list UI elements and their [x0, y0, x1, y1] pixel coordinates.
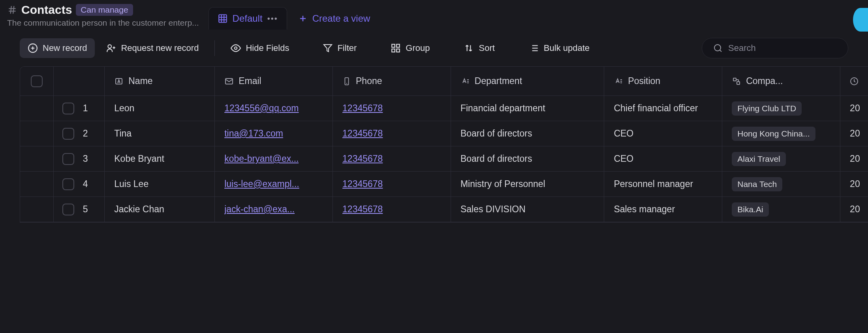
row-checkbox[interactable] [62, 153, 74, 165]
cell-department[interactable]: Board of directors [451, 146, 604, 171]
table-row[interactable]: 4 Luis Lee luis-lee@exampl... 12345678 M… [20, 172, 868, 197]
cell-position[interactable]: CEO [604, 146, 722, 171]
header-bar: Contacts Can manage The communication pe… [0, 0, 868, 32]
cell-phone[interactable]: 12345678 [333, 96, 451, 121]
table-row[interactable]: 3 Kobe Bryant kobe-bryant@ex... 12345678… [20, 146, 868, 172]
group-icon [391, 43, 401, 53]
svg-line-3 [13, 6, 14, 14]
clock-icon [849, 77, 859, 86]
col-header-position[interactable]: Position [604, 67, 722, 95]
cell-index: 5 [54, 197, 105, 222]
row-number: 4 [83, 179, 88, 189]
cell-company[interactable]: Flying Club LTD [722, 96, 840, 121]
row-checkbox[interactable] [62, 103, 74, 114]
cell-phone[interactable]: 12345678 [333, 172, 451, 196]
table: Name Email Phone Department Position [20, 66, 868, 223]
cell-phone[interactable]: 12345678 [333, 146, 451, 171]
cell-email[interactable]: 1234556@qq.com [215, 96, 333, 121]
cell-department[interactable]: Ministry of Personnel [451, 172, 604, 196]
table-row[interactable]: 2 Tina tina@173.com 12345678 Board of di… [20, 121, 868, 146]
cell-phone[interactable]: 12345678 [333, 121, 451, 146]
cell-department[interactable]: Sales DIVISION [451, 197, 604, 222]
cell-position[interactable]: Personnel manager [604, 172, 722, 196]
cell-checkbox [20, 172, 54, 196]
toolbar: New record Request new record Hide Field… [0, 32, 868, 66]
cell-position[interactable]: CEO [604, 121, 722, 146]
cell-extra[interactable]: 20 [840, 172, 868, 196]
cell-name[interactable]: Kobe Bryant [105, 146, 215, 171]
cell-company[interactable]: Hong Kong China... [722, 121, 840, 146]
col-header-phone[interactable]: Phone [333, 67, 451, 95]
cell-extra[interactable]: 20 [840, 96, 868, 121]
new-record-button[interactable]: New record [20, 38, 95, 58]
cell-company[interactable]: Alaxi Travel [722, 146, 840, 171]
filter-label: Filter [337, 43, 357, 53]
email-icon [224, 77, 234, 86]
col-header-name[interactable]: Name [105, 67, 215, 95]
search-icon [713, 43, 723, 53]
cell-position[interactable]: Sales manager [604, 197, 722, 222]
table-row[interactable]: 5 Jackie Chan jack-chan@exa... 12345678 … [20, 197, 868, 222]
row-checkbox[interactable] [62, 178, 74, 190]
svg-rect-22 [396, 49, 400, 52]
cell-name[interactable]: Jackie Chan [105, 197, 215, 222]
avatar[interactable] [853, 8, 868, 32]
cell-company[interactable]: Nana Tech [722, 172, 840, 196]
cell-company[interactable]: Bika.Ai [722, 197, 840, 222]
cell-email[interactable]: jack-chan@exa... [215, 197, 333, 222]
cell-name[interactable]: Tina [105, 121, 215, 146]
row-checkbox[interactable] [62, 128, 74, 140]
user-plus-icon [106, 43, 116, 53]
row-number: 2 [83, 128, 88, 139]
cell-name[interactable]: Leon [105, 96, 215, 121]
row-number: 3 [83, 153, 88, 164]
tab-default[interactable]: Default ••• [209, 7, 287, 30]
row-number: 1 [83, 103, 88, 114]
col-header-checkbox [20, 67, 54, 95]
cell-checkbox [20, 197, 54, 222]
hide-fields-button[interactable]: Hide Fields [223, 38, 297, 58]
svg-point-17 [235, 47, 237, 50]
eye-icon [231, 43, 241, 53]
sort-button[interactable]: Sort [456, 38, 502, 58]
col-header-extra[interactable] [840, 67, 868, 95]
filter-button[interactable]: Filter [315, 38, 364, 58]
col-header-company[interactable]: Compa... [722, 67, 840, 95]
cell-index: 3 [54, 146, 105, 171]
table-header: Name Email Phone Department Position [20, 67, 868, 96]
row-checkbox[interactable] [62, 204, 74, 215]
cell-email[interactable]: luis-lee@exampl... [215, 172, 333, 196]
title-block: Contacts Can manage The communication pe… [7, 3, 199, 28]
request-new-record-label: Request new record [121, 43, 199, 53]
create-view-button[interactable]: Create a view [298, 13, 370, 24]
col-header-department[interactable]: Department [451, 67, 604, 95]
cell-department[interactable]: Board of directors [451, 121, 604, 146]
request-new-record-button[interactable]: Request new record [98, 38, 207, 58]
svg-rect-4 [219, 15, 227, 22]
cell-extra[interactable]: 20 [840, 146, 868, 171]
group-button[interactable]: Group [383, 38, 438, 58]
svg-rect-42 [737, 82, 740, 84]
tab-more-icon[interactable]: ••• [267, 14, 278, 23]
tab-default-label: Default [233, 13, 263, 24]
cell-position[interactable]: Chief financial officer [604, 96, 722, 121]
cell-name[interactable]: Luis Lee [105, 172, 215, 196]
col-name-label: Name [128, 76, 152, 86]
cell-index: 2 [54, 121, 105, 146]
cell-email[interactable]: tina@173.com [215, 121, 333, 146]
cell-email[interactable]: kobe-bryant@ex... [215, 146, 333, 171]
col-pos-label: Position [628, 76, 660, 86]
bulk-update-button[interactable]: Bulk update [521, 38, 597, 58]
cell-department[interactable]: Financial department [451, 96, 604, 121]
col-header-email[interactable]: Email [215, 67, 333, 95]
table-row[interactable]: 1 Leon 1234556@qq.com 12345678 Financial… [20, 96, 868, 121]
svg-line-30 [720, 50, 721, 52]
cell-phone[interactable]: 12345678 [333, 197, 451, 222]
plus-circle-icon [28, 43, 38, 53]
search-box[interactable] [702, 38, 848, 58]
cell-extra[interactable]: 20 [840, 197, 868, 222]
cell-extra[interactable]: 20 [840, 121, 868, 146]
select-all-checkbox[interactable] [31, 75, 43, 87]
text-icon [460, 77, 470, 86]
search-input[interactable] [728, 43, 837, 53]
